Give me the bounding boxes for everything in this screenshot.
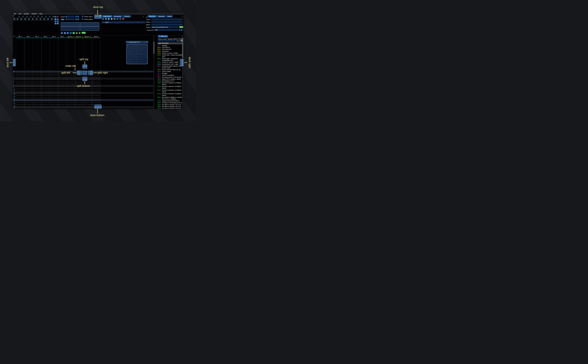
pattern-scrollbar-handle[interactable] (153, 42, 154, 54)
follow-pattern-checkbox[interactable]: ✓ (82, 18, 84, 20)
instruments-close-icon[interactable]: × (143, 16, 144, 17)
album-input[interactable] (151, 24, 183, 26)
oscilloscope-xy-window[interactable]: Oscilloscope (X-Y) × (126, 41, 148, 65)
effect-row[interactable]: 0Axy Volume slide (0y: down; x0: up) (158, 69, 182, 71)
follow-orders-checkbox[interactable]: ✓ (82, 16, 84, 17)
order-cell[interactable]: 00 (23, 18, 27, 20)
order-move-down-button[interactable]: ∨ (54, 20, 57, 22)
order-edit-mode-button[interactable] (57, 23, 59, 25)
effect-row[interactable]: 04xy Vibrato (x: speed; y: depth) (158, 52, 182, 54)
effect-row[interactable]: 07xy Tremolo (x: speed; y: depth) (158, 61, 182, 63)
effect-row[interactable]: 16xy Set operator multiplier (x: operato… (158, 97, 182, 100)
effect-row[interactable]: 00xy Arpeggio (158, 45, 182, 46)
effect-row[interactable]: 1Axx Set attack of operator 1 (0 to 1F) (158, 104, 182, 106)
instrument-list-item[interactable]: ○ - None - (102, 21, 145, 23)
effect-row[interactable]: 09xx Set groove pattern (speed 1 if no g… (158, 65, 182, 69)
split-target-right[interactable] (88, 71, 93, 75)
order-unlink-button[interactable] (54, 23, 57, 25)
step-row-button[interactable]: ↓ (70, 32, 72, 34)
play-from-start-button[interactable]: ▶▏ (67, 32, 69, 34)
effect-row[interactable]: 13xx Set level of operator 2 (0 highest,… (158, 85, 182, 89)
effect-row[interactable]: 17xx Toggle PCM mode (LEGACY) (158, 100, 182, 102)
oscilloscope-xy-close-icon[interactable]: × (147, 41, 147, 43)
order-row-selected[interactable]: 00 00000000000000000000 (13, 18, 54, 20)
order-cell[interactable]: 00 (39, 18, 42, 20)
collapse-triangle-icon[interactable] (146, 16, 147, 18)
effect-scrollbar-handle[interactable] (182, 38, 183, 58)
tab-speed[interactable]: Speed (166, 15, 173, 17)
channel-header-cell[interactable]: Square 3 (84, 35, 92, 38)
system-input[interactable]: Sega Genesis/Mega Drive (151, 26, 178, 28)
octave-plus-button[interactable]: + (77, 16, 79, 18)
effect-row[interactable]: 02xx Pitch slide down (158, 48, 182, 50)
effect-search-input[interactable] (158, 40, 176, 42)
channel-header-cell[interactable]: FM 1 (16, 35, 24, 38)
tab-instruments[interactable]: Instruments (102, 15, 112, 17)
make-tab-target[interactable] (82, 71, 87, 75)
effect-row[interactable]: 15xx Set level of operator 4 (0 highest,… (158, 93, 182, 96)
channel-header-cell[interactable]: FM 6 (58, 35, 67, 38)
step-input[interactable]: 1 (65, 18, 75, 20)
effect-row[interactable]: 11xx Set feedback (0 to 7) (158, 80, 182, 82)
repeat-button[interactable] (79, 32, 81, 34)
channel-header-cell[interactable]: Noise (92, 35, 100, 38)
octave-minus-button[interactable]: - (75, 16, 77, 18)
channel-header-cell[interactable]: FM 2 (24, 35, 33, 38)
instrument-open-button[interactable] (108, 18, 110, 20)
order-cell[interactable]: 00 (16, 18, 20, 20)
effect-row[interactable]: 1Cxx Set attack of operator 3 (0 to 1F) (158, 108, 182, 109)
effect-row[interactable]: 14xx Set level of operator 3 (0 highest,… (158, 89, 182, 93)
effect-row[interactable]: 12xx Set level of operator 1 (0 highest,… (158, 82, 182, 85)
effect-row[interactable]: 0Bxx Jump to pattern (158, 71, 182, 72)
instrument-move-up-button[interactable]: ↑ (116, 18, 119, 20)
instrument-tree-button[interactable] (113, 18, 116, 20)
effect-row[interactable]: 19xx Set attack of all operators (0 to 1… (158, 102, 182, 104)
channel-header-cell[interactable]: Square 2 (75, 35, 84, 38)
dock-target-left[interactable] (13, 59, 16, 66)
author-input[interactable] (151, 21, 183, 23)
menu-help[interactable]: help (39, 13, 42, 14)
order-cell[interactable]: 00 (20, 18, 23, 20)
effect-row[interactable]: 03xx Portamento (158, 50, 182, 52)
split-target-top[interactable] (82, 65, 87, 69)
effect-row[interactable]: 1Bxx Set attack of operator 2 (0 to 1F) (158, 106, 182, 108)
step-plus-button[interactable]: + (77, 18, 79, 20)
order-cell[interactable]: 00 (50, 18, 54, 20)
collapse-triangle-icon[interactable] (127, 42, 128, 42)
tab-wavetables[interactable]: Wavetables (113, 15, 123, 17)
tab-song-info[interactable]: Song Info (148, 15, 156, 17)
order-duplicate-button[interactable] (54, 18, 57, 20)
instrument-save-button[interactable] (111, 18, 113, 20)
menu-window[interactable]: window (32, 13, 37, 14)
play-button[interactable]: ▶ (61, 32, 63, 34)
collapse-triangle-icon[interactable] (159, 36, 160, 37)
tab-effect-list[interactable]: Effect List (158, 35, 168, 37)
poly-button[interactable]: Poly (81, 32, 86, 34)
instrument-delete-button[interactable]: × (122, 18, 124, 20)
channel-header-cell[interactable]: FM 5 (50, 35, 58, 38)
octave-input[interactable]: 3 (65, 16, 75, 18)
effect-list-close-icon[interactable]: × (182, 36, 183, 37)
channel-header-cell[interactable]: Square 1 (66, 35, 75, 38)
effect-row[interactable]: 01xx Pitch slide up (158, 46, 182, 48)
channel-header-cell[interactable]: FM 3 (33, 35, 41, 38)
order-add-button[interactable]: + (54, 16, 57, 18)
split-target-left[interactable] (77, 71, 82, 75)
effect-row[interactable]: 06xy Volume slide + portamento (compatib… (158, 58, 182, 61)
order-cell[interactable]: 00 (35, 18, 39, 20)
menu-file[interactable]: file (14, 13, 16, 14)
order-cell[interactable]: 00 (42, 18, 46, 20)
menu-settings[interactable]: settings (24, 13, 29, 14)
effect-row[interactable]: 08xy Set panning (x: left; y: right) (158, 63, 182, 65)
effect-row[interactable]: 0Fxx Set speed (speed 2 if no grooves ex… (158, 76, 182, 78)
system-auto-button[interactable]: Auto (179, 26, 183, 28)
order-remove-button[interactable]: − (57, 16, 59, 18)
order-duplicate-deep-button[interactable]: ∨∨ (57, 20, 59, 22)
order-cell[interactable]: 00 (31, 18, 35, 20)
metronome-button[interactable] (75, 32, 78, 34)
split-target-bottom[interactable] (82, 77, 87, 81)
order-cell[interactable]: 00 (27, 18, 31, 20)
step-minus-button[interactable]: - (75, 18, 77, 20)
song-info-close-icon[interactable]: × (182, 16, 183, 17)
name-input[interactable] (151, 18, 183, 20)
